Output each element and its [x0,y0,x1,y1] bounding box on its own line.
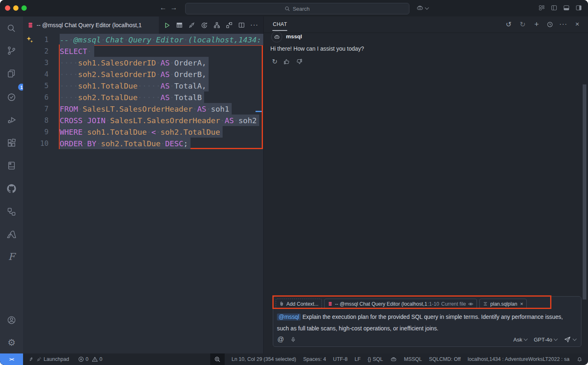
microphone-icon[interactable] [290,336,296,343]
chat-header: CHAT ↺ ↻ + ··· × [264,16,588,33]
code-line[interactable]: 4····soh2.SalesOrderID·AS·OrderB, [23,68,263,80]
forward-icon[interactable]: → [170,4,177,12]
copilot-menu[interactable] [416,4,428,12]
rocket-icon [29,356,35,362]
code-line[interactable]: 8CROSS·JOIN·SalesLT.SalesOrderHeader·AS·… [23,115,263,126]
errors-icon [78,356,84,362]
plug-icon [36,356,42,362]
retry-icon[interactable]: ↻ [272,58,277,66]
chat-input-text[interactable]: @mssql Explain the execution plan for th… [277,311,571,335]
robot-icon [274,34,280,40]
language-item[interactable]: {}SQL [367,356,383,362]
settings-gear-icon[interactable]: ⚙ [7,338,16,348]
disconnect-plug-icon[interactable] [188,21,195,29]
schema-compare-icon[interactable] [225,21,233,29]
code-line[interactable]: 1--·@mssql·Chat·Query·Editor·(localhost,… [23,34,263,45]
undo-icon[interactable]: ↺ [504,20,513,29]
code-line[interactable]: 6····soh2.TotalDue·····AS·TotalB [23,91,263,103]
mssql-avatar [271,31,282,42]
message-actions: ↻ [272,58,303,66]
mssql-status-item[interactable]: MSSQL [404,356,422,362]
chevron-down-icon [524,337,528,341]
close-traffic-light[interactable] [5,5,10,11]
chat-panel-title: CHAT [273,21,287,27]
remote-indicator[interactable]: >< [0,353,23,365]
problems-item[interactable]: 0 0 [78,356,102,362]
account-icon[interactable] [7,315,16,325]
zoom-traffic-light[interactable] [21,5,27,11]
code-line[interactable]: 7FROM·SalesLT.SalesOrderHeader·AS·soh1 [23,103,263,115]
launchpad-item[interactable]: Launchpad [29,356,69,362]
line-number: 3 [23,58,49,67]
search-icon [285,6,290,12]
line-number: 7 [23,105,49,113]
editor-tab[interactable]: -- @mssql Chat Query Editor (localhost,1 [23,16,159,34]
mode-picker[interactable]: Ask [514,337,528,343]
indentation-item[interactable]: Spaces: 4 [303,356,326,362]
model-picker[interactable]: GPT-4o [534,337,557,343]
editor-tab-bar: -- @mssql Chat Query Editor (localhost,1… [23,16,263,34]
send-icon [564,336,571,343]
source-control-icon[interactable] [7,46,16,56]
customize-layout-icon[interactable] [538,5,545,11]
query-plan-icon[interactable] [213,21,221,29]
testing-icon[interactable] [7,92,16,102]
command-center-search[interactable]: Search [185,3,409,14]
line-number: 1 [23,35,49,44]
copilot-edits-icon[interactable]: 1 [7,69,16,79]
code-line[interactable]: 9WHERE·soh1.TotalDue·<·soh2.TotalDue [23,126,263,138]
thumbs-up-icon[interactable] [283,58,290,65]
sqlcmd-status-item[interactable]: SQLCMD: Off [429,356,461,362]
toggle-secondary-sidebar-icon[interactable] [575,5,582,11]
eol-item[interactable]: LF [355,356,361,362]
change-connection-icon[interactable] [200,21,208,29]
more-actions-icon[interactable]: ··· [250,21,258,29]
notebook-icon[interactable] [7,161,16,171]
send-button[interactable] [564,336,576,343]
code-line[interactable]: 3····soh1.SalesOrderID·AS·OrderA, [23,57,263,68]
github-icon[interactable] [7,184,16,194]
line-number: 2 [23,47,49,55]
connections-icon[interactable] [7,207,16,217]
new-chat-icon[interactable]: + [532,20,541,29]
chevron-down-icon [554,337,558,341]
back-icon[interactable]: ← [160,4,167,12]
bell-icon[interactable] [576,356,583,363]
results-grid-icon[interactable] [176,21,183,29]
line-number: 4 [23,70,49,78]
zoom-status-item[interactable] [210,353,225,365]
thumbs-down-icon[interactable] [296,58,303,65]
activity-bar: 1 F ⚙ [0,16,23,353]
toggle-panel-icon[interactable] [563,5,570,11]
azure-icon[interactable] [7,229,16,239]
encoding-item[interactable]: UTF-8 [333,356,347,362]
mention-icon[interactable]: @ [277,336,284,343]
line-number: 9 [23,128,49,136]
copilot-icon [416,4,424,12]
chat-scrollbar[interactable] [583,84,586,299]
tab-title: -- @mssql Chat Query Editor (localhost,1 [37,22,142,28]
split-editor-icon[interactable] [238,21,245,29]
code-line[interactable]: 5····soh1.TotalDue·····AS·TotalA, [23,80,263,91]
code-area[interactable]: 1--·@mssql·Chat·Query·Editor·(localhost,… [23,34,263,353]
chat-panel: CHAT ↺ ↻ + ··· × mssql Hi there! How can… [263,16,588,353]
run-debug-icon[interactable] [7,115,16,125]
close-panel-icon[interactable]: × [573,20,581,28]
extensions-icon[interactable] [7,138,16,148]
history-icon[interactable] [546,21,553,28]
redo-icon[interactable]: ↻ [518,20,527,29]
minimize-traffic-light[interactable] [13,5,19,11]
toggle-primary-sidebar-icon[interactable] [551,5,558,11]
more-icon[interactable]: ··· [559,20,567,28]
fabric-icon[interactable]: F [7,252,16,262]
copilot-status-icon[interactable] [390,356,397,363]
code-line[interactable]: 2SELECT· [23,45,263,57]
run-query-icon[interactable] [163,21,171,29]
search-placeholder: Search [293,6,309,12]
search-activity-icon[interactable] [7,23,16,33]
chevron-down-icon [425,5,429,9]
database-icon [27,22,34,28]
connection-status-item[interactable]: localhost,1434 : AdventureWorksLT2022 : … [467,356,569,362]
code-line[interactable]: 10ORDER·BY·soh2.TotalDue·DESC; [23,138,263,149]
cursor-position-item[interactable]: Ln 10, Col 29 (354 selected) [232,356,296,362]
